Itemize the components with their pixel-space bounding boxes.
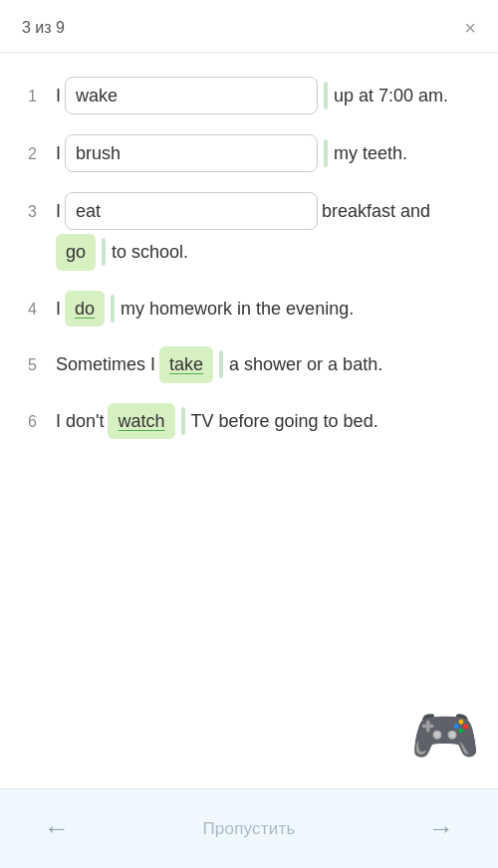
back-button[interactable]: ← [36, 809, 78, 848]
separator-bar [111, 295, 115, 323]
row-number: 6 [28, 408, 50, 435]
separator-bar [102, 238, 106, 266]
sentence-text: a shower or a bath. [229, 349, 382, 380]
separator-bar [181, 407, 185, 435]
separator-bar [324, 82, 328, 109]
sentence-text: TV before going to bed. [191, 406, 378, 437]
word-highlight: take [159, 346, 213, 383]
close-button[interactable]: × [464, 18, 476, 38]
row-number: 5 [28, 351, 50, 378]
bottom-bar: ← Пропустить → [0, 788, 498, 868]
sentence-row: 3Ibreakfast andgoto school. [28, 192, 470, 271]
sentence-text: to school. [112, 237, 188, 268]
sentence-text: breakfast and [322, 196, 430, 227]
separator-bar [219, 350, 223, 378]
sentence-text: I [56, 81, 61, 111]
sentence-text: up at 7:00 am. [334, 81, 448, 111]
row-number: 3 [28, 198, 50, 225]
sentence-text: I [56, 138, 61, 169]
row-number: 2 [28, 140, 50, 167]
sentence-text: my teeth. [334, 138, 407, 169]
separator-bar [324, 139, 328, 167]
sentence-text: Sometimes I [56, 349, 155, 380]
sentence-row: 1Iup at 7:00 am. [28, 77, 470, 114]
row-content: I don'twatchTV before going to bed. [56, 403, 470, 440]
sentence-text: I [56, 196, 61, 227]
row-number: 1 [28, 83, 50, 109]
sentence-text: I [56, 294, 61, 325]
word-input[interactable] [65, 134, 318, 172]
skip-button[interactable]: Пропустить [202, 819, 295, 839]
sentence-text: my homework in the evening. [121, 294, 354, 325]
word-highlight: do [65, 291, 105, 327]
word-input[interactable] [65, 77, 318, 114]
progress-label: 3 из 9 [22, 19, 65, 37]
word-highlight: watch [108, 403, 174, 440]
next-button[interactable]: → [420, 809, 462, 848]
row-content: Sometimes Itakea shower or a bath. [56, 346, 470, 383]
content-area: 1Iup at 7:00 am.2Imy teeth.3Ibreakfast a… [0, 53, 498, 558]
row-number: 4 [28, 296, 50, 323]
row-content: Idomy homework in the evening. [56, 291, 470, 327]
header: 3 из 9 × [0, 0, 498, 53]
row-content: Iup at 7:00 am. [56, 77, 470, 114]
sentence-row: 5Sometimes Itakea shower or a bath. [28, 346, 470, 383]
word-highlight: go [56, 234, 96, 271]
word-input[interactable] [65, 192, 318, 230]
sentence-row: 4Idomy homework in the evening. [28, 291, 470, 327]
sentence-text: I don't [56, 406, 104, 437]
row-content: Ibreakfast andgoto school. [56, 192, 470, 271]
sentence-row: 6I don'twatchTV before going to bed. [28, 403, 470, 440]
sentence-row: 2Imy teeth. [28, 134, 470, 172]
row-content: Imy teeth. [56, 134, 470, 172]
game-controller-decoration: 🎮 [410, 708, 480, 763]
